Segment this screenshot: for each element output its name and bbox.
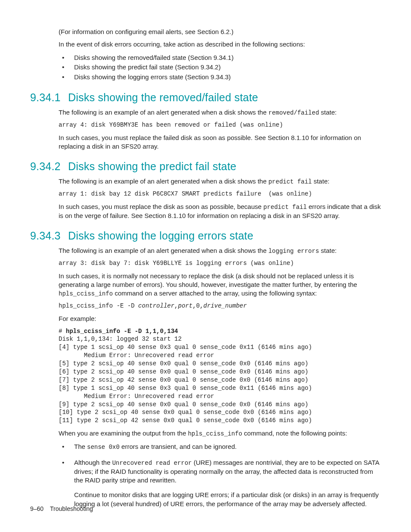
intro-bullets: Disks showing the removed/failed state (… (59, 53, 381, 82)
s1-p1a: The following is an example of an alert … (59, 109, 268, 116)
s3-notes: The sense 0x0 errors are transient, and … (59, 442, 381, 508)
s3-p2b: command on a server attached to the arra… (113, 289, 317, 297)
intro-p1: (For information on configuring email al… (59, 28, 381, 36)
s3-syntax: hpls_cciss_info -E -D controller,port,0,… (59, 302, 381, 310)
s3-p3: For example: (59, 314, 381, 323)
s2-p2a: In such cases, you must replace the disk… (59, 203, 263, 210)
s3-p1b: state: (319, 247, 337, 254)
s3-p1-code: logging errors (268, 248, 319, 255)
s3-p2a: In such cases, it is normally not necess… (59, 272, 357, 288)
s3-example: # hpls_cciss_info -E -D 1,1,0,134 Disk 1… (59, 327, 381, 425)
heading-title-1: Disks showing the removed/failed state (68, 91, 258, 103)
s3-ex-out: Disk 1,1,0,134: logged 32 start 12 [4] t… (59, 336, 312, 424)
s3-note-1: The sense 0x0 errors are transient, and … (59, 442, 381, 451)
intro-bullet-1: Disks showing the removed/failed state (… (59, 53, 381, 63)
s3-p4: When you are examining the output from t… (59, 429, 381, 438)
s3-n1a: The (74, 443, 87, 450)
s3-syn-f: drive_number (203, 302, 247, 309)
s1-code: array 4: disk Y69BMY3E has been removed … (59, 121, 381, 129)
s3-syn-e: ,0, (193, 302, 203, 309)
intro-block: (For information on configuring email al… (59, 28, 381, 82)
page: (For information on configuring email al… (0, 0, 411, 532)
s3-note-2: Although the Unrecovered read error (URE… (59, 458, 381, 508)
s3-p2-code: hpls_cciss_info (59, 290, 113, 297)
heading-num-1: 9.34.1 (30, 91, 68, 104)
s3-p4-code: hpls_cciss_info (188, 430, 242, 437)
heading-9-34-1: 9.34.1Disks showing the removed/failed s… (30, 91, 381, 104)
heading-title-2: Disks showing the predict fail state (68, 160, 237, 172)
s1-p1b: state: (319, 109, 337, 116)
s3-p4b: command, note the following points: (242, 429, 347, 437)
heading-9-34-2: 9.34.2Disks showing the predict fail sta… (30, 160, 381, 173)
s3-n1-code: sense 0x0 (87, 444, 120, 451)
s3-p2: In such cases, it is normally not necess… (59, 272, 381, 298)
intro-p2: In the event of disk errors occurring, t… (59, 40, 381, 49)
heading-title-3: Disks showing the logging errors state (68, 230, 253, 242)
s3-p1: The following is an example of an alert … (59, 246, 381, 255)
s3-code1: array 3: disk bay 7: disk Y69BLLYE is lo… (59, 259, 381, 268)
s3-n2-code: Unrecovered read error (112, 460, 192, 467)
s2-p2-code: predict fail (263, 204, 307, 211)
s2-p1a: The following is an example of an alert … (59, 177, 268, 185)
s1-p2: In such cases, you must replace the fail… (59, 134, 381, 151)
s3-n1b: errors are transient, and can be ignored… (120, 443, 237, 450)
s3-note-2-cont: Continue to monitor disks that are loggi… (74, 491, 381, 508)
intro-bullet-2: Disks showing the predict fail state (Se… (59, 62, 381, 72)
section-1-body: The following is an example of an alert … (59, 108, 381, 151)
s3-p1a: The following is an example of an alert … (59, 247, 268, 254)
s3-syn-b: controller (138, 302, 174, 309)
s1-p1: The following is an example of an alert … (59, 108, 381, 117)
heading-9-34-3: 9.34.3Disks showing the logging errors s… (30, 230, 381, 242)
s2-p2: In such cases, you must replace the disk… (59, 202, 381, 220)
chapter-title: Troubleshooting (50, 505, 93, 512)
s3-ex-cmd: hpls_cciss_info -E -D 1,1,0,134 (66, 328, 178, 335)
s3-syn-c: , (174, 302, 178, 309)
page-footer: 9–60Troubleshooting (30, 505, 93, 512)
section-2-body: The following is an example of an alert … (59, 177, 381, 220)
s2-p1: The following is an example of an alert … (59, 177, 381, 186)
heading-num-3: 9.34.3 (30, 230, 68, 242)
s3-p4a: When you are examining the output from t… (59, 429, 188, 437)
intro-bullet-3: Disks showing the logging errors state (… (59, 72, 381, 82)
s1-p1-code: removed/failed (268, 109, 319, 116)
s2-p1-code: predict fail (268, 178, 312, 185)
s2-p1b: state: (312, 177, 330, 185)
section-3-body: The following is an example of an alert … (59, 246, 381, 508)
s3-syn-a: hpls_cciss_info -E -D (59, 302, 138, 309)
heading-num-2: 9.34.2 (30, 160, 68, 173)
s2-code: array 1: disk bay 12 disk P6C8CX7 SMART … (59, 190, 381, 198)
page-number: 9–60 (30, 505, 50, 512)
s3-syn-d: port (178, 302, 193, 309)
s3-n2a: Although the (74, 459, 112, 466)
